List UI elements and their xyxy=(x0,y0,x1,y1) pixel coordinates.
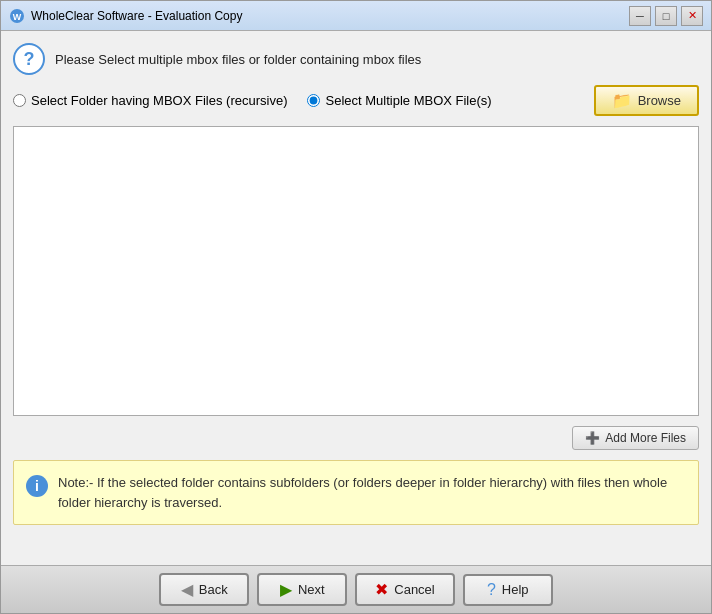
cancel-label: Cancel xyxy=(394,582,434,597)
back-icon: ◀ xyxy=(181,580,193,599)
add-more-row: ➕ Add More Files xyxy=(13,426,699,450)
browse-button[interactable]: 📁 Browse xyxy=(594,85,699,116)
help-icon: ? xyxy=(487,581,496,599)
next-icon: ▶ xyxy=(280,580,292,599)
radio-files-input[interactable] xyxy=(307,94,320,107)
radio-files-label: Select Multiple MBOX File(s) xyxy=(325,93,491,108)
next-button[interactable]: ▶ Next xyxy=(257,573,347,606)
back-button[interactable]: ◀ Back xyxy=(159,573,249,606)
header-row: ? Please Select multiple mbox files or f… xyxy=(13,43,699,75)
note-text: Note:- If the selected folder contains s… xyxy=(58,473,686,512)
maximize-button[interactable]: □ xyxy=(655,6,677,26)
help-label: Help xyxy=(502,582,529,597)
info-icon: i xyxy=(26,475,48,497)
footer: ◀ Back ▶ Next ✖ Cancel ? Help xyxy=(1,565,711,613)
browse-label: Browse xyxy=(638,93,681,108)
radio-options-row: Select Folder having MBOX Files (recursi… xyxy=(13,85,699,116)
help-button[interactable]: ? Help xyxy=(463,574,553,606)
main-window: W WholeClear Software - Evaluation Copy … xyxy=(0,0,712,614)
radio-option-folder[interactable]: Select Folder having MBOX Files (recursi… xyxy=(13,93,287,108)
radio-folder-label: Select Folder having MBOX Files (recursi… xyxy=(31,93,287,108)
radio-option-files[interactable]: Select Multiple MBOX File(s) xyxy=(307,93,491,108)
back-label: Back xyxy=(199,582,228,597)
note-area: i Note:- If the selected folder contains… xyxy=(13,460,699,525)
content-area: ? Please Select multiple mbox files or f… xyxy=(1,31,711,565)
add-more-label: Add More Files xyxy=(605,431,686,445)
question-icon: ? xyxy=(13,43,45,75)
add-more-files-button[interactable]: ➕ Add More Files xyxy=(572,426,699,450)
header-text: Please Select multiple mbox files or fol… xyxy=(55,52,421,67)
folder-icon: 📁 xyxy=(612,91,632,110)
svg-text:W: W xyxy=(13,12,22,22)
title-bar: W WholeClear Software - Evaluation Copy … xyxy=(1,1,711,31)
app-icon: W xyxy=(9,8,25,24)
cancel-icon: ✖ xyxy=(375,580,388,599)
next-label: Next xyxy=(298,582,325,597)
add-more-icon: ➕ xyxy=(585,431,600,445)
window-title: WholeClear Software - Evaluation Copy xyxy=(31,9,629,23)
window-controls: ─ □ ✕ xyxy=(629,6,703,26)
close-button[interactable]: ✕ xyxy=(681,6,703,26)
minimize-button[interactable]: ─ xyxy=(629,6,651,26)
radio-folder-input[interactable] xyxy=(13,94,26,107)
cancel-button[interactable]: ✖ Cancel xyxy=(355,573,454,606)
file-list-area[interactable] xyxy=(13,126,699,416)
